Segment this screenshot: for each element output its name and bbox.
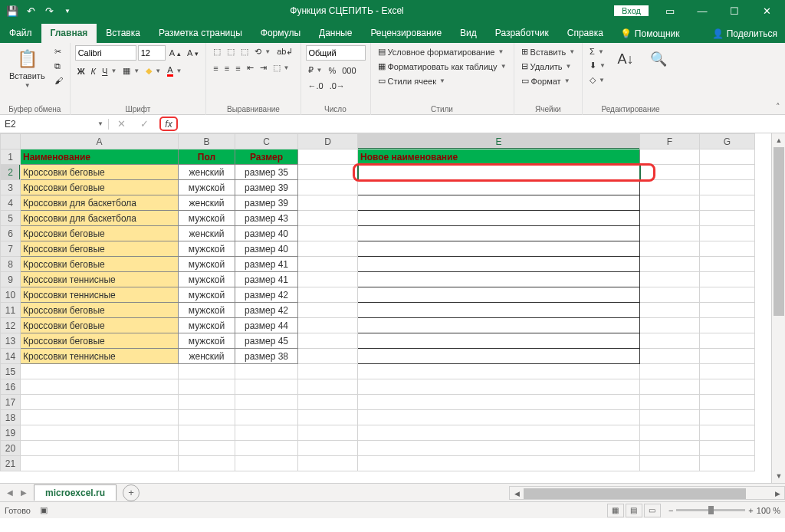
cell-E5[interactable]	[358, 211, 640, 226]
cell-A5[interactable]: Кроссовки для баскетбола	[21, 211, 179, 226]
row-header-3[interactable]: 3	[1, 180, 21, 195]
cell-A2[interactable]: Кроссовки беговые	[21, 165, 179, 180]
bold-button[interactable]: Ж	[75, 64, 87, 78]
cell-F1[interactable]	[640, 149, 700, 165]
border-button[interactable]: ▦▼	[120, 64, 142, 78]
row-header-2[interactable]: 2	[1, 165, 21, 180]
cell-G10[interactable]	[700, 287, 755, 303]
cell-B4[interactable]: женский	[179, 195, 235, 211]
vertical-scrollbar[interactable]: ▲ ▼	[771, 133, 785, 483]
cell-F15[interactable]	[640, 364, 700, 379]
cell-E15[interactable]	[358, 364, 640, 379]
cell-G14[interactable]	[700, 349, 755, 364]
cell-A19[interactable]	[21, 425, 179, 441]
currency-button[interactable]: ₽▼	[306, 64, 325, 77]
cell-D12[interactable]	[298, 318, 358, 333]
cell-D3[interactable]	[298, 180, 358, 195]
cell-A13[interactable]: Кроссовки беговые	[21, 333, 179, 349]
cell-C6[interactable]: размер 40	[235, 226, 298, 241]
shrink-font-button[interactable]: A▾	[185, 45, 201, 61]
row-header-5[interactable]: 5	[1, 211, 21, 226]
cell-E17[interactable]	[358, 395, 640, 410]
cell-C12[interactable]: размер 44	[235, 318, 298, 333]
cell-E13[interactable]	[358, 333, 640, 349]
cell-C8[interactable]: размер 41	[235, 257, 298, 272]
cell-A9[interactable]: Кроссовки теннисные	[21, 272, 179, 287]
number-format-select[interactable]	[306, 45, 366, 61]
cell-E12[interactable]	[358, 318, 640, 333]
cell-F10[interactable]	[640, 287, 700, 303]
cell-E9[interactable]	[358, 272, 640, 287]
tab-nav-prev-icon[interactable]: ◀	[5, 488, 15, 497]
cell-A7[interactable]: Кроссовки беговые	[21, 241, 179, 257]
cell-C20[interactable]	[235, 441, 298, 456]
cell-B3[interactable]: мужской	[179, 180, 235, 195]
row-header-7[interactable]: 7	[1, 241, 21, 257]
cell-F20[interactable]	[640, 441, 700, 456]
cell-F6[interactable]	[640, 226, 700, 241]
tell-me[interactable]: 💡Помощник	[613, 25, 688, 43]
cell-E4[interactable]	[358, 195, 640, 211]
view-page-button[interactable]: ▤	[626, 504, 642, 517]
maximize-button[interactable]: ☐	[719, 0, 750, 21]
cell-C13[interactable]: размер 45	[235, 333, 298, 349]
merge-button[interactable]: ⬚▼	[271, 61, 292, 74]
cell-D1[interactable]	[298, 149, 358, 165]
ribbon-display-icon[interactable]: ▭	[655, 0, 685, 21]
macro-record-icon[interactable]: ▣	[40, 505, 48, 515]
cell-F14[interactable]	[640, 349, 700, 364]
cell-E1[interactable]: Новое наименование	[358, 149, 640, 165]
select-all-corner[interactable]	[1, 134, 21, 149]
percent-button[interactable]: %	[326, 64, 338, 77]
cell-G1[interactable]	[700, 149, 755, 165]
cell-F19[interactable]	[640, 425, 700, 441]
accept-formula-button[interactable]: ✓	[136, 118, 152, 130]
cell-A18[interactable]	[21, 410, 179, 425]
align-right-button[interactable]: ≡	[233, 61, 242, 74]
cell-A3[interactable]: Кроссовки беговые	[21, 180, 179, 195]
font-name-select[interactable]	[75, 45, 136, 61]
row-header-1[interactable]: 1	[1, 149, 21, 165]
align-middle-button[interactable]: ⬚	[225, 45, 237, 58]
name-box[interactable]: E2▼	[0, 119, 109, 130]
close-button[interactable]: ✕	[751, 0, 782, 21]
view-normal-button[interactable]: ▦	[607, 504, 624, 517]
cell-D10[interactable]	[298, 287, 358, 303]
cell-styles-button[interactable]: ▭Стили ячеек▼	[376, 74, 509, 87]
zoom-control[interactable]: − + 100 %	[668, 506, 780, 515]
tab-review[interactable]: Рецензирование	[361, 24, 451, 43]
cell-D16[interactable]	[298, 379, 358, 395]
undo-icon[interactable]: ↶	[25, 5, 37, 17]
cell-D19[interactable]	[298, 425, 358, 441]
tab-nav-next-icon[interactable]: ▶	[18, 488, 29, 497]
cell-B9[interactable]: мужской	[179, 272, 235, 287]
row-header-13[interactable]: 13	[1, 333, 21, 349]
cell-C3[interactable]: размер 39	[235, 180, 298, 195]
autosum-button[interactable]: Σ▼	[587, 45, 608, 57]
cell-D7[interactable]	[298, 241, 358, 257]
col-header-G[interactable]: G	[700, 134, 755, 149]
cell-A20[interactable]	[21, 441, 179, 456]
cell-F21[interactable]	[640, 456, 700, 471]
cell-E16[interactable]	[358, 379, 640, 395]
cell-F11[interactable]	[640, 303, 700, 318]
cell-C7[interactable]: размер 40	[235, 241, 298, 257]
sheet-tab[interactable]: microexcel.ru	[34, 484, 117, 501]
share-button[interactable]: 👤Поделиться	[705, 25, 785, 43]
view-break-button[interactable]: ▭	[644, 504, 661, 517]
row-header-15[interactable]: 15	[1, 364, 21, 379]
cell-B8[interactable]: мужской	[179, 257, 235, 272]
cell-G12[interactable]	[700, 318, 755, 333]
row-header-21[interactable]: 21	[1, 456, 21, 471]
cell-E8[interactable]	[358, 257, 640, 272]
align-bottom-button[interactable]: ⬚	[238, 45, 251, 58]
cell-C15[interactable]	[235, 364, 298, 379]
cell-F3[interactable]	[640, 180, 700, 195]
cell-G18[interactable]	[700, 410, 755, 425]
font-color-button[interactable]: A▼	[165, 64, 184, 78]
tab-developer[interactable]: Разработчик	[486, 24, 558, 43]
format-as-table-button[interactable]: ▦Форматировать как таблицу▼	[376, 60, 509, 73]
scroll-left-icon[interactable]: ◀	[510, 487, 524, 501]
col-header-F[interactable]: F	[640, 134, 700, 149]
tab-help[interactable]: Справка	[558, 24, 613, 43]
